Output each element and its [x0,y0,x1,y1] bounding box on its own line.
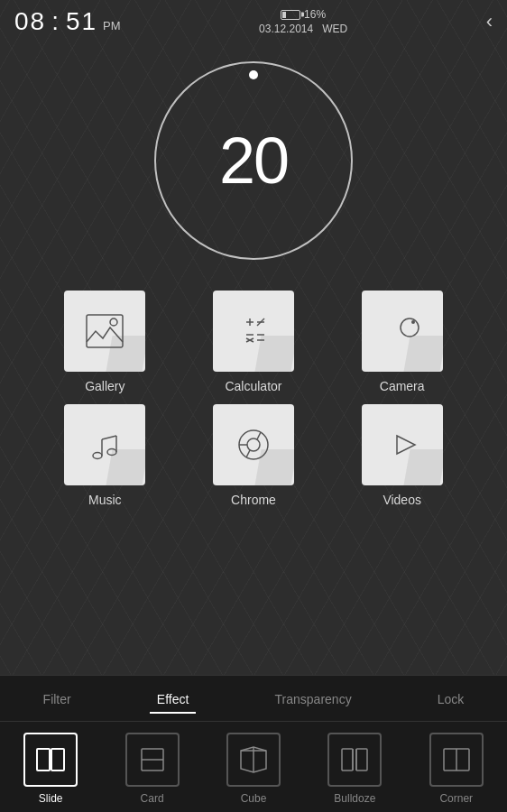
svg-point-11 [401,318,419,337]
music-icon [83,423,126,466]
camera-icon-box [362,291,443,372]
time-minutes: 51 [66,7,97,36]
gallery-icon [83,309,126,353]
svg-rect-25 [51,749,64,770]
gallery-icon-box [64,291,145,372]
effect-bulldoze[interactable]: Bulldoze [327,733,382,805]
card-icon [136,743,169,776]
back-button[interactable]: ‹ [486,10,493,33]
effect-row: Slide Card Cube [0,722,507,812]
app-videos[interactable]: Videos [333,404,471,507]
card-label: Card [141,792,164,805]
camera-label: Camera [380,379,425,393]
cube-icon [237,743,270,776]
tab-filter[interactable]: Filter [36,688,78,714]
status-center: 16% 03.12.2014 WED [259,8,347,35]
time-ampm: PM [103,19,121,32]
bulldoze-icon [338,743,371,776]
slide-icon [34,743,67,776]
cube-label: Cube [241,792,267,805]
app-grid: Gallery Calculator Camera [0,269,507,529]
chrome-label: Chrome [231,493,276,507]
gallery-label: Gallery [85,379,124,393]
bottom-panel: Filter Effect Transparency Lock Slide [0,675,507,812]
svg-line-22 [246,450,250,457]
effect-cube[interactable]: Cube [226,733,281,805]
corner-icon [440,743,473,776]
slide-label: Slide [39,792,63,805]
clock-number: 20 [219,124,288,198]
tab-effect[interactable]: Effect [150,688,197,714]
svg-rect-24 [37,749,50,770]
effect-corner[interactable]: Corner [429,733,484,805]
svg-line-17 [102,436,116,439]
time-display: 08 : 51 PM [14,7,121,36]
clock-container: 20 [0,43,507,269]
svg-point-19 [247,438,260,451]
svg-marker-23 [397,436,415,454]
card-icon-box [125,733,180,787]
chrome-icon-box [213,404,294,485]
app-chrome[interactable]: Chrome [185,404,323,507]
battery-row: 16% [281,8,326,21]
svg-point-0 [110,318,117,326]
app-calculator[interactable]: Calculator [185,291,323,393]
effect-slide[interactable]: Slide [23,733,78,805]
status-bar: 08 : 51 PM 16% 03.12.2014 WED ‹ [0,0,507,43]
app-music[interactable]: Music [36,404,174,507]
calculator-icon [232,309,275,353]
corner-icon-box [429,733,484,787]
time-hours: 08 [14,7,46,36]
time-separator: : [51,7,60,36]
svg-point-14 [107,449,116,456]
videos-label: Videos [383,493,421,507]
clock-dot [249,70,258,79]
cube-icon-box [226,733,281,787]
svg-rect-30 [342,749,353,770]
effect-card[interactable]: Card [125,733,180,805]
svg-line-21 [257,432,261,439]
music-icon-box [64,404,145,485]
clock-circle: 20 [154,61,353,260]
tab-bar: Filter Effect Transparency Lock [0,676,507,722]
calculator-label: Calculator [225,379,281,393]
battery-icon [281,10,300,20]
videos-icon [381,423,424,466]
svg-rect-1 [87,315,123,347]
camera-icon [381,309,424,353]
tab-lock[interactable]: Lock [430,688,472,714]
app-camera[interactable]: Camera [333,291,471,393]
date-display: 03.12.2014 WED [259,23,347,35]
videos-icon-box [362,404,443,485]
music-label: Music [88,493,122,507]
app-gallery[interactable]: Gallery [36,291,174,393]
svg-point-12 [411,320,415,324]
bulldoze-label: Bulldoze [334,792,375,805]
corner-label: Corner [439,792,473,805]
chrome-icon [232,423,275,466]
slide-icon-box [23,733,78,787]
battery-percent: 16% [304,8,326,21]
svg-rect-31 [356,749,367,770]
tab-transparency[interactable]: Transparency [268,688,359,714]
calculator-icon-box [213,291,294,372]
bulldoze-icon-box [327,733,382,787]
svg-point-13 [93,453,102,459]
